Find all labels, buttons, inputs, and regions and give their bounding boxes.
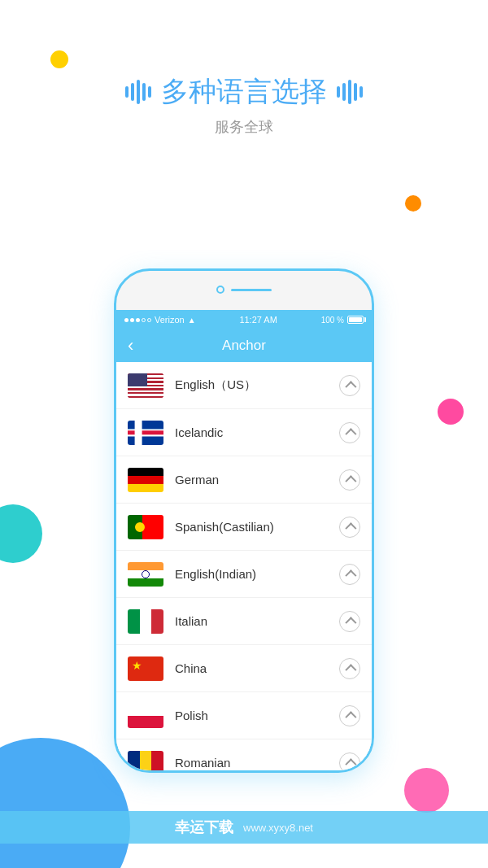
list-item[interactable]: German <box>116 456 372 504</box>
chevron-up-icon[interactable] <box>339 469 360 491</box>
language-name: Romanian <box>175 756 339 770</box>
battery-percentage: 100 % <box>321 316 344 325</box>
list-item[interactable]: English(Indian) <box>116 551 372 598</box>
watermark-url: www.xyxy8.net <box>243 822 313 834</box>
decorative-dot-orange <box>405 195 421 212</box>
phone-frame: Verizon ▲ 11:27 AM 100 % ‹ Anchor Englis… <box>114 268 374 773</box>
chevron-up-icon[interactable] <box>339 375 360 396</box>
chevron-up-icon[interactable] <box>339 564 360 585</box>
flag-it-icon <box>128 609 163 634</box>
language-name: Icelandic <box>175 425 339 439</box>
signal-dot-3 <box>136 318 140 322</box>
signal-dot-1 <box>124 318 129 322</box>
chevron-up-icon[interactable] <box>339 705 360 726</box>
header-subtitle: 服务全球 <box>0 117 488 137</box>
flag-is-icon <box>128 421 163 445</box>
back-button[interactable]: ‹ <box>128 337 133 355</box>
status-bar: Verizon ▲ 11:27 AM 100 % <box>116 310 372 329</box>
flag-cn-icon <box>128 656 163 681</box>
watermark: 幸运下载 www.xyxy8.net <box>0 811 488 844</box>
sound-wave-right-icon <box>337 80 363 104</box>
language-name: German <box>175 473 339 486</box>
flag-ro-icon <box>128 751 163 771</box>
phone-line-indicator <box>231 289 272 291</box>
phone-mockup: Verizon ▲ 11:27 AM 100 % ‹ Anchor Englis… <box>114 268 374 773</box>
phone-circle-indicator <box>216 286 224 294</box>
header-title: 多种语言选择 <box>0 73 488 111</box>
nav-bar: ‹ Anchor <box>116 329 372 362</box>
phone-top-notch <box>216 286 272 294</box>
chevron-up-icon[interactable] <box>339 658 360 679</box>
signal-dot-5 <box>147 318 151 322</box>
flag-in-icon <box>128 562 163 587</box>
sound-wave-left-icon <box>125 80 151 104</box>
decorative-dot-pink <box>438 399 464 425</box>
signal-dot-4 <box>142 318 146 322</box>
list-item[interactable]: Icelandic <box>116 409 372 456</box>
status-right: 100 % <box>321 316 364 325</box>
decorative-dot-teal <box>0 504 42 563</box>
language-name: English(Indian) <box>175 567 339 581</box>
list-item[interactable]: English（US） <box>116 362 372 409</box>
header-area: 多种语言选择 服务全球 <box>0 73 488 137</box>
battery-icon <box>347 316 364 324</box>
signal-dot-2 <box>130 318 134 322</box>
flag-us-icon <box>128 373 163 398</box>
language-name: China <box>175 661 339 675</box>
title-text: 多种语言选择 <box>161 73 327 111</box>
watermark-label: 幸运下载 <box>175 818 233 837</box>
list-item[interactable]: Spanish(Castilian) <box>116 504 372 551</box>
carrier-name: Verizon <box>155 315 185 325</box>
flag-pt-icon <box>128 515 163 539</box>
language-name: English（US） <box>175 377 339 393</box>
list-item[interactable]: China <box>116 645 372 692</box>
chevron-up-icon[interactable] <box>339 752 360 771</box>
nav-title: Anchor <box>222 338 266 354</box>
flag-de-icon <box>128 468 163 492</box>
wifi-icon: ▲ <box>188 316 196 325</box>
signal-dots <box>124 318 151 322</box>
decorative-dot-blue-large <box>0 738 130 868</box>
chevron-up-icon[interactable] <box>339 422 360 443</box>
battery-fill <box>349 317 362 322</box>
chevron-up-icon[interactable] <box>339 517 360 538</box>
chevron-up-icon[interactable] <box>339 611 360 632</box>
decorative-dot-pink-bottom <box>404 768 449 813</box>
flag-pl-icon <box>128 704 163 728</box>
language-name: Spanish(Castilian) <box>175 520 339 534</box>
list-item[interactable]: Polish <box>116 692 372 739</box>
language-list: English（US） Icelandic German <box>116 362 372 770</box>
watermark-bar: 幸运下载 www.xyxy8.net <box>0 811 488 844</box>
language-name: Italian <box>175 614 339 628</box>
list-item[interactable]: Italian <box>116 598 372 645</box>
status-left: Verizon ▲ <box>124 315 196 325</box>
status-time: 11:27 AM <box>239 315 277 325</box>
decorative-dot-yellow <box>50 50 68 68</box>
language-name: Polish <box>175 709 339 722</box>
list-item[interactable]: Romanian <box>116 739 372 770</box>
